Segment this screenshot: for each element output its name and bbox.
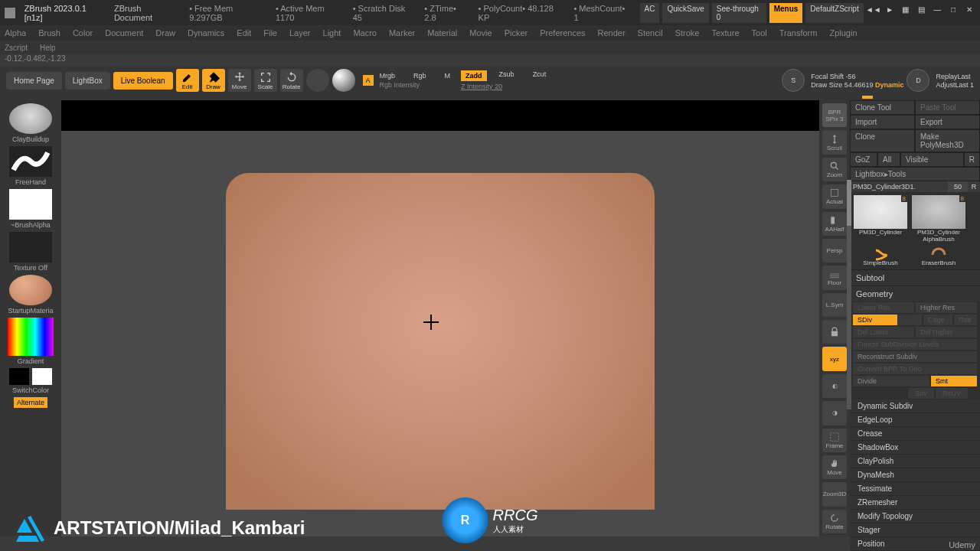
tool-thumb-1[interactable]: 8 PM3D_Cylinder: [853, 195, 908, 243]
import-button[interactable]: Import: [850, 115, 915, 129]
draw-size-slider[interactable]: Draw Size 54.46619: [811, 81, 873, 89]
freeze-subdiv-button[interactable]: Freeze SubDivision Levels: [853, 339, 977, 350]
zcut-button[interactable]: Zcut: [533, 70, 547, 81]
see-through-slider[interactable]: See-through 0: [712, 3, 766, 23]
menu-render[interactable]: Render: [598, 28, 626, 37]
stroke-selector[interactable]: [9, 146, 52, 177]
color-picker[interactable]: [8, 318, 54, 356]
home-page-button[interactable]: Home Page: [6, 72, 62, 90]
export-button[interactable]: Export: [915, 115, 980, 129]
material-preview-button[interactable]: [332, 69, 355, 92]
menu-color[interactable]: Color: [73, 28, 93, 37]
lightbox-button[interactable]: LightBox: [65, 72, 110, 90]
move-mode-button[interactable]: Move: [228, 69, 251, 92]
tool-name-field[interactable]: PM3D_Cylinder3D1.: [850, 181, 948, 192]
dynamic-subdiv-item[interactable]: Dynamic Subdiv: [850, 399, 980, 413]
window-prev-icon[interactable]: ◄◄: [867, 3, 880, 17]
menu-marker[interactable]: Marker: [389, 28, 415, 37]
zoom3d-button[interactable]: Zoom3D: [822, 482, 847, 506]
crease-item[interactable]: Crease: [850, 427, 980, 441]
window-arrange-icon[interactable]: ▤: [915, 3, 928, 17]
scale-mode-button[interactable]: Scale: [254, 69, 277, 92]
goz-all-button[interactable]: All: [877, 152, 900, 167]
actual-button[interactable]: Actual: [822, 184, 847, 208]
xyz-button[interactable]: xyz: [822, 347, 847, 370]
default-zscript-button[interactable]: DefaultZScript: [805, 3, 863, 23]
subtool-section[interactable]: Subtool: [850, 269, 980, 285]
edit-mode-button[interactable]: Edit: [176, 69, 199, 92]
lsym-button[interactable]: L.Sym: [822, 293, 847, 317]
floor-button[interactable]: Floor: [822, 266, 847, 289]
suv-button[interactable]: Suv: [908, 388, 934, 399]
menu-macro[interactable]: Macro: [353, 28, 377, 37]
rotate-nav-button[interactable]: Rotate: [822, 510, 847, 533]
lightbox-tools-button[interactable]: Lightbox▸Tools: [850, 167, 980, 181]
bpr-button[interactable]: BPRSPix 3: [822, 103, 847, 127]
menu-document[interactable]: Document: [105, 28, 143, 37]
tessimate-item[interactable]: Tessimate: [850, 482, 980, 496]
replay-last-button[interactable]: ReplayLast: [936, 73, 974, 80]
menu-material[interactable]: Material: [427, 28, 457, 37]
sdiv-slider[interactable]: SDiv: [853, 315, 922, 325]
eraser-brush-thumb[interactable]: EraserBrush: [911, 246, 966, 266]
zoom-button[interactable]: Zoom: [822, 158, 847, 181]
window-grid-icon[interactable]: ▦: [899, 3, 912, 17]
ac-button[interactable]: AC: [640, 3, 660, 23]
scroll-button[interactable]: Scroll: [822, 130, 847, 154]
menu-light[interactable]: Light: [323, 28, 341, 37]
tool-thumb-2[interactable]: 8 PM3D_Cylinder AlphaBrush: [911, 195, 966, 243]
texture-selector[interactable]: [9, 232, 52, 262]
stager-item[interactable]: Stager: [850, 523, 980, 537]
make-polymesh-button[interactable]: Make PolyMesh3D: [915, 129, 980, 152]
menus-button[interactable]: Menus: [769, 3, 803, 23]
maximize-icon[interactable]: □: [947, 3, 960, 17]
cage-button[interactable]: Cage: [923, 315, 952, 325]
persp-button[interactable]: Persp: [822, 239, 847, 262]
simple-brush-thumb[interactable]: SimpleBrush: [853, 246, 908, 266]
clone-button[interactable]: Clone: [850, 129, 915, 152]
paste-tool-button[interactable]: Paste Tool: [915, 100, 980, 115]
aahalf-button[interactable]: AAHalf: [822, 212, 847, 236]
zadd-button[interactable]: Zadd: [461, 70, 487, 81]
rgb-button[interactable]: Rgb: [413, 72, 426, 80]
menu-movie[interactable]: Movie: [469, 28, 492, 37]
claypolish-item[interactable]: ClayPolish: [850, 455, 980, 468]
mrgb-a-toggle[interactable]: A: [363, 75, 374, 86]
zscript-button[interactable]: Zscript: [5, 44, 28, 52]
menu-draw[interactable]: Draw: [155, 28, 175, 37]
reuv-button[interactable]: ReUV: [936, 388, 968, 399]
divide-button[interactable]: Divide: [853, 376, 929, 386]
focal-shift-slider[interactable]: Focal Shift -56: [811, 73, 903, 80]
lower-res-button[interactable]: Lower Res: [853, 302, 914, 313]
mrgb-button[interactable]: Mrgb: [380, 72, 396, 80]
zsub-button[interactable]: Zsub: [499, 70, 514, 81]
menu-alpha[interactable]: Alpha: [5, 28, 26, 37]
frame-button[interactable]: Frame: [822, 429, 847, 452]
menu-dynamics[interactable]: Dynamics: [188, 28, 224, 37]
lock-button[interactable]: [822, 320, 847, 344]
right-panel-scrollbar[interactable]: [847, 180, 851, 409]
z-intensity-slider[interactable]: Z Intensity 20: [461, 83, 546, 90]
clone-tool-button[interactable]: Clone Tool: [850, 100, 915, 115]
swatch-secondary[interactable]: [9, 368, 29, 385]
convert-bpr-button[interactable]: Convert BPR To Geo: [853, 364, 977, 374]
menu-zplugin[interactable]: Zplugin: [829, 28, 857, 37]
material-selector[interactable]: [9, 275, 52, 305]
del-lower-button[interactable]: Del Lower: [853, 327, 914, 337]
switch-color-button[interactable]: SwitchColor: [12, 386, 49, 394]
move-nav-button[interactable]: Move: [822, 455, 847, 479]
swatch-primary[interactable]: [32, 368, 52, 385]
reconstruct-subdiv-button[interactable]: Reconstruct Subdiv: [853, 351, 977, 362]
menu-stroke[interactable]: Stroke: [675, 28, 700, 37]
help-button[interactable]: Help: [40, 44, 56, 52]
menu-brush[interactable]: Brush: [38, 28, 60, 37]
goz-button[interactable]: GoZ: [850, 152, 877, 167]
menu-layer[interactable]: Layer: [289, 28, 311, 37]
menu-file[interactable]: File: [263, 28, 277, 37]
menu-texture[interactable]: Texture: [711, 28, 739, 37]
canvas[interactable]: [61, 100, 819, 536]
replay-dial[interactable]: D: [906, 69, 929, 92]
goz-visible-button[interactable]: Visible: [900, 152, 964, 167]
menu-transform[interactable]: Transform: [779, 28, 818, 37]
transp-button[interactable]: ◐: [822, 374, 847, 398]
